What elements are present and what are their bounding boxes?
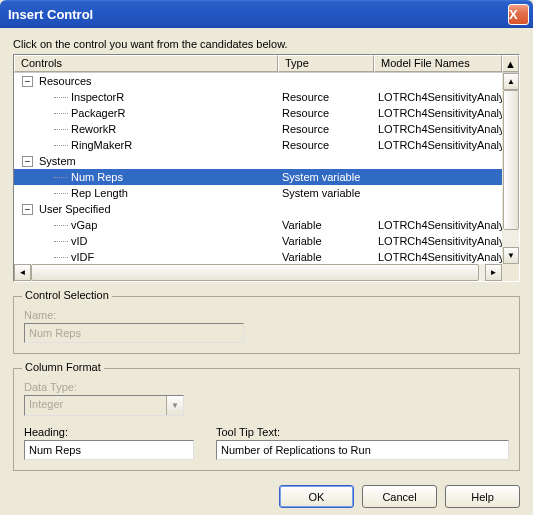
tree-item[interactable]: InspectorRResourceLOTRCh4SensitivityAnal… xyxy=(14,89,519,105)
tree-item-model: LOTRCh4SensitivityAnalysis xyxy=(374,121,519,137)
column-format-legend: Column Format xyxy=(22,361,104,373)
tree-item[interactable]: ReworkRResourceLOTRCh4SensitivityAnalysi… xyxy=(14,121,519,137)
column-header-controls[interactable]: Controls xyxy=(14,55,278,72)
tree-body[interactable]: −ResourcesInspectorRResourceLOTRCh4Sensi… xyxy=(14,73,519,264)
collapse-icon[interactable]: − xyxy=(22,156,33,167)
tree-item-name: Rep Length xyxy=(71,185,128,201)
tree-item[interactable]: PackagerRResourceLOTRCh4SensitivityAnaly… xyxy=(14,105,519,121)
close-button[interactable]: X xyxy=(508,4,529,25)
scroll-thumb-horizontal[interactable] xyxy=(31,264,479,281)
tree-item[interactable]: vIDFVariableLOTRCh4SensitivityAnalysis xyxy=(14,249,519,264)
tree-item-type: Variable xyxy=(278,249,374,264)
data-type-label: Data Type: xyxy=(24,381,509,393)
tree-item-model: LOTRCh4SensitivityAnalysis xyxy=(374,233,519,249)
tree-item[interactable]: vGapVariableLOTRCh4SensitivityAnalysis xyxy=(14,217,519,233)
titlebar: Insert Control X xyxy=(0,0,533,28)
control-selection-legend: Control Selection xyxy=(22,289,112,301)
heading-label: Heading: xyxy=(24,426,200,438)
tree-item-type: System variable xyxy=(278,169,374,185)
tree-item-name: vGap xyxy=(71,217,97,233)
chevron-down-icon: ▼ xyxy=(166,396,183,415)
scroll-right-button[interactable]: ► xyxy=(485,264,502,281)
tree-item-name: InspectorR xyxy=(71,89,124,105)
tree-group-label: Resources xyxy=(39,73,92,89)
tree-group[interactable]: −User Specified xyxy=(14,201,519,217)
tooltip-field[interactable] xyxy=(216,440,509,460)
tree-item-model: LOTRCh4SensitivityAnalysis xyxy=(374,217,519,233)
scroll-corner xyxy=(502,264,519,281)
tooltip-label: Tool Tip Text: xyxy=(216,426,509,438)
data-type-value: Integer xyxy=(25,396,166,415)
tree-group[interactable]: −System xyxy=(14,153,519,169)
tree-group[interactable]: −Resources xyxy=(14,73,519,89)
tree-item-model: LOTRCh4SensitivityAnalysis xyxy=(374,105,519,121)
tree-item-name: vID xyxy=(71,233,88,249)
tree-item-type: Variable xyxy=(278,233,374,249)
scroll-left-button[interactable]: ◄ xyxy=(14,264,31,281)
instruction-text: Click on the control you want from the c… xyxy=(13,38,520,50)
scroll-down-button[interactable]: ▼ xyxy=(503,247,519,264)
tree-item-type: Resource xyxy=(278,89,374,105)
window-title: Insert Control xyxy=(8,7,508,22)
tree-item-name: Num Reps xyxy=(71,169,123,185)
column-format-group: Column Format Data Type: Integer ▼ Headi… xyxy=(13,368,520,471)
tree-item-model: LOTRCh4SensitivityAnalysis xyxy=(374,89,519,105)
vertical-scrollbar[interactable]: ▲ ▼ xyxy=(502,73,519,264)
tree-group-label: System xyxy=(39,153,76,169)
name-field xyxy=(24,323,244,343)
control-selection-group: Control Selection Name: xyxy=(13,296,520,354)
cancel-button[interactable]: Cancel xyxy=(362,485,437,508)
tree-item-type: Resource xyxy=(278,121,374,137)
scroll-up-button[interactable]: ▲ xyxy=(503,73,519,90)
tree-item-model: LOTRCh4SensitivityAnalysis xyxy=(374,137,519,153)
tree-item-type: System variable xyxy=(278,185,374,201)
tree-item-type: Resource xyxy=(278,137,374,153)
scroll-thumb-vertical[interactable] xyxy=(503,90,519,230)
name-label: Name: xyxy=(24,309,509,321)
column-header-model[interactable]: Model File Names xyxy=(374,55,502,72)
tree-item-model: LOTRCh4SensitivityAnalysis xyxy=(374,249,519,264)
horizontal-scrollbar[interactable]: ◄ ► xyxy=(14,264,502,281)
controls-tree: Controls Type Model File Names ▲ −Resour… xyxy=(13,54,520,282)
collapse-icon[interactable]: − xyxy=(22,204,33,215)
heading-field[interactable] xyxy=(24,440,194,460)
tree-item-name: ReworkR xyxy=(71,121,116,137)
tree-group-label: User Specified xyxy=(39,201,111,217)
collapse-icon[interactable]: − xyxy=(22,76,33,87)
header-scroll-spacer: ▲ xyxy=(502,55,519,72)
tree-item[interactable]: Num RepsSystem variable xyxy=(14,169,519,185)
button-bar: OK Cancel Help xyxy=(13,485,520,508)
tree-item-type: Variable xyxy=(278,217,374,233)
ok-button[interactable]: OK xyxy=(279,485,354,508)
data-type-select: Integer ▼ xyxy=(24,395,184,416)
tree-item[interactable]: vIDVariableLOTRCh4SensitivityAnalysis xyxy=(14,233,519,249)
help-button[interactable]: Help xyxy=(445,485,520,508)
tree-item[interactable]: Rep LengthSystem variable xyxy=(14,185,519,201)
tree-header: Controls Type Model File Names ▲ xyxy=(14,55,519,73)
close-icon: X xyxy=(509,7,528,22)
tree-item-name: RingMakerR xyxy=(71,137,132,153)
tree-item-type: Resource xyxy=(278,105,374,121)
tree-item[interactable]: RingMakerRResourceLOTRCh4SensitivityAnal… xyxy=(14,137,519,153)
tree-item-name: vIDF xyxy=(71,249,94,264)
tree-item-name: PackagerR xyxy=(71,105,125,121)
column-header-type[interactable]: Type xyxy=(278,55,374,72)
